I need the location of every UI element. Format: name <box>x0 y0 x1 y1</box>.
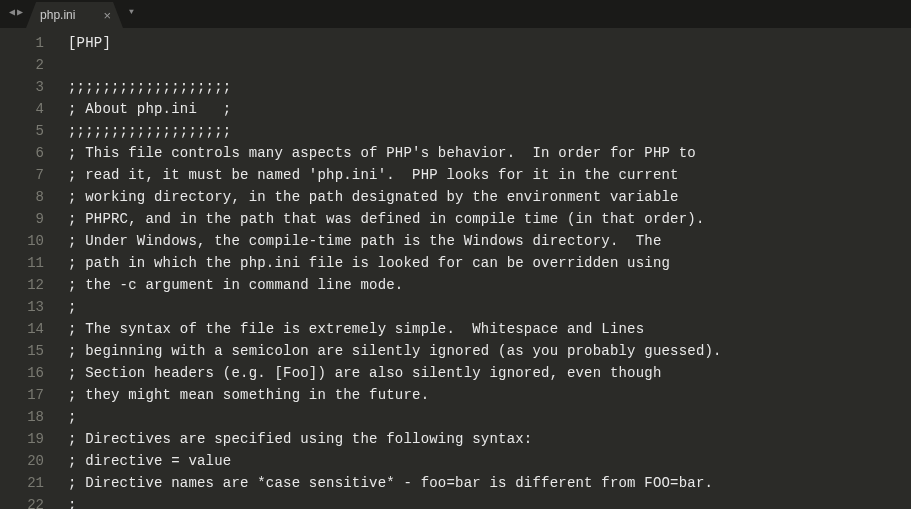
line-number: 21 <box>0 472 44 494</box>
code-line[interactable]: ; PHPRC, and in the path that was define… <box>68 208 911 230</box>
line-number: 1 <box>0 32 44 54</box>
editor: 12345678910111213141516171819202122 [PHP… <box>0 28 911 509</box>
close-icon[interactable]: × <box>103 9 111 22</box>
line-number: 18 <box>0 406 44 428</box>
code-line[interactable]: ;;;;;;;;;;;;;;;;;;; <box>68 76 911 98</box>
line-number: 9 <box>0 208 44 230</box>
line-number: 15 <box>0 340 44 362</box>
tab-phpini[interactable]: php.ini × <box>26 2 123 28</box>
tab-bar: ◀ ▶ php.ini × ▼ <box>0 0 911 28</box>
code-area[interactable]: [PHP];;;;;;;;;;;;;;;;;;;; About php.ini … <box>56 28 911 509</box>
gutter: 12345678910111213141516171819202122 <box>0 28 56 509</box>
code-line[interactable]: ; Under Windows, the compile-time path i… <box>68 230 911 252</box>
code-line[interactable]: ; Section headers (e.g. [Foo]) are also … <box>68 362 911 384</box>
code-line[interactable]: ; Directives are specified using the fol… <box>68 428 911 450</box>
line-number: 13 <box>0 296 44 318</box>
line-number: 4 <box>0 98 44 120</box>
code-line[interactable]: ; beginning with a semicolon are silentl… <box>68 340 911 362</box>
code-line[interactable]: ; the -c argument in command line mode. <box>68 274 911 296</box>
code-line[interactable]: ; The syntax of the file is extremely si… <box>68 318 911 340</box>
line-number: 20 <box>0 450 44 472</box>
line-number: 3 <box>0 76 44 98</box>
code-line[interactable]: ;;;;;;;;;;;;;;;;;;; <box>68 120 911 142</box>
line-number: 14 <box>0 318 44 340</box>
code-line[interactable]: ; path in which the php.ini file is look… <box>68 252 911 274</box>
code-line[interactable]: ; This file controls many aspects of PHP… <box>68 142 911 164</box>
line-number: 12 <box>0 274 44 296</box>
line-number: 17 <box>0 384 44 406</box>
line-number: 10 <box>0 230 44 252</box>
line-number: 16 <box>0 362 44 384</box>
code-line[interactable]: ; Directive names are *case sensitive* -… <box>68 472 911 494</box>
code-line[interactable]: ; <box>68 296 911 318</box>
nav-arrows: ◀ ▶ <box>8 0 28 28</box>
code-line[interactable]: ; working directory, in the path designa… <box>68 186 911 208</box>
code-line[interactable]: ; <box>68 494 911 509</box>
line-number: 5 <box>0 120 44 142</box>
line-number: 2 <box>0 54 44 76</box>
nav-back-icon[interactable]: ◀ <box>9 6 15 18</box>
tab-label: php.ini <box>40 8 75 22</box>
line-number: 19 <box>0 428 44 450</box>
code-line[interactable]: ; they might mean something in the futur… <box>68 384 911 406</box>
line-number: 6 <box>0 142 44 164</box>
code-line[interactable]: ; directive = value <box>68 450 911 472</box>
code-line[interactable]: ; read it, it must be named 'php.ini'. P… <box>68 164 911 186</box>
code-line[interactable]: ; <box>68 406 911 428</box>
line-number: 8 <box>0 186 44 208</box>
line-number: 7 <box>0 164 44 186</box>
nav-forward-icon[interactable]: ▶ <box>17 6 23 18</box>
line-number: 22 <box>0 494 44 509</box>
tab-dropdown-icon[interactable]: ▼ <box>129 7 134 22</box>
code-line[interactable]: [PHP] <box>68 32 911 54</box>
code-line[interactable]: ; About php.ini ; <box>68 98 911 120</box>
code-line[interactable] <box>68 54 911 76</box>
line-number: 11 <box>0 252 44 274</box>
